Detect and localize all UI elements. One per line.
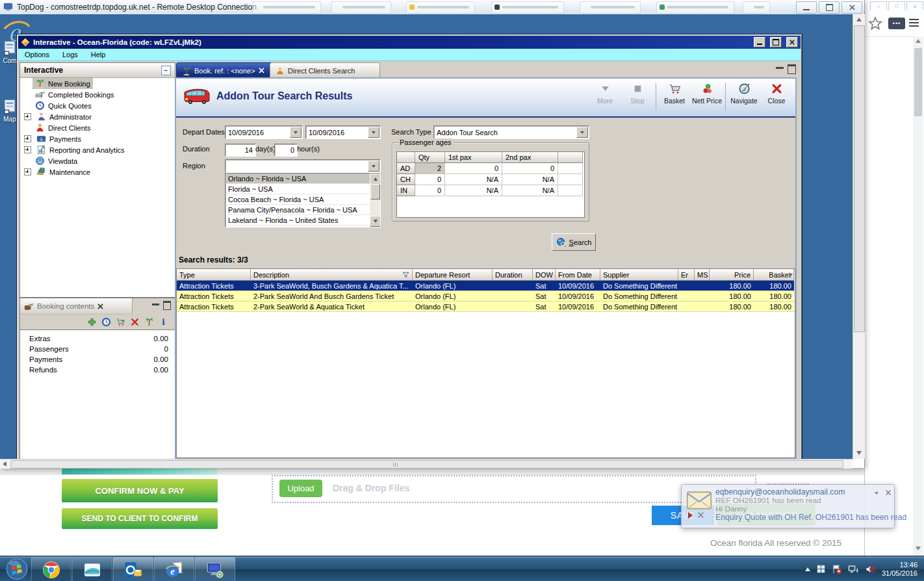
- info-icon[interactable]: i: [159, 317, 168, 327]
- dropdown-arrow-icon[interactable]: [290, 127, 302, 138]
- region-option-lakeland-florida-united-states[interactable]: Lakeland ~ Florida ~ United States: [225, 215, 370, 226]
- col-basket[interactable]: Basket: [754, 269, 794, 281]
- expand-plus-icon[interactable]: [24, 168, 31, 175]
- browser-maximize-button[interactable]: □: [888, 1, 905, 11]
- region-select[interactable]: [225, 159, 381, 173]
- notification-close-icon[interactable]: [885, 489, 892, 496]
- tab-direct-clients-search[interactable]: Direct Clients Search: [270, 62, 380, 79]
- col-price[interactable]: Price: [710, 269, 754, 281]
- pax-cell-ad-2[interactable]: 0: [445, 163, 502, 174]
- search-button[interactable]: Search: [552, 233, 596, 251]
- tray-network-icon[interactable]: [848, 564, 859, 575]
- col-supplier[interactable]: Supplier: [600, 269, 678, 281]
- app-maximize-button[interactable]: [770, 37, 782, 47]
- taskbar-ie-icon[interactable]: e: [154, 557, 194, 581]
- scroll-down-icon[interactable]: [916, 547, 921, 550]
- browser-menu-icon[interactable]: [909, 19, 919, 29]
- scroll-down-icon[interactable]: [370, 216, 381, 227]
- browser-minimize-button[interactable]: –: [870, 1, 887, 11]
- result-row-1[interactable]: Attraction Tickets3-Park SeaWorld, Busch…: [177, 281, 795, 291]
- scroll-up-icon[interactable]: [856, 18, 862, 21]
- sidebar-item-new-booking[interactable]: New Booking: [20, 78, 175, 89]
- taskbar-outlook-icon[interactable]: [113, 557, 153, 581]
- rdp-close-button[interactable]: [841, 1, 862, 14]
- collapse-icon[interactable]: −: [161, 66, 171, 75]
- sidebar-item-direct-clients[interactable]: Direct Clients: [20, 122, 175, 133]
- notification-options-icon[interactable]: [875, 492, 879, 495]
- notification-flag-icon[interactable]: [688, 512, 693, 519]
- booking-contents-row-payments[interactable]: Payments0.00: [20, 354, 175, 365]
- taskbar-photo-app-icon[interactable]: [72, 557, 112, 581]
- col-dow[interactable]: DOW: [533, 269, 556, 281]
- pax-cell-ch-2[interactable]: N/A: [445, 174, 502, 185]
- toolbar-basket-button[interactable]: Basket: [658, 83, 691, 105]
- notification-delete-icon[interactable]: [697, 511, 704, 519]
- dropdown-arrow-icon[interactable]: [368, 161, 379, 172]
- send-to-client-button[interactable]: SEND TO CLIENT TO CONFIRM: [62, 508, 218, 529]
- rdp-vscroll-thumb[interactable]: [854, 25, 865, 332]
- col-ms[interactable]: MS: [695, 269, 710, 281]
- quick-quotes-icon[interactable]: [101, 317, 111, 327]
- bookmark-star-icon[interactable]: [867, 16, 883, 31]
- result-row-3[interactable]: Attraction Tickets2-Park SeaWorld & Aqua…: [177, 302, 795, 312]
- browser-close-button[interactable]: x: [906, 1, 923, 11]
- remove-icon[interactable]: [130, 317, 140, 327]
- rdp-minimize-button[interactable]: [796, 1, 817, 14]
- workspace-maximize-icon[interactable]: [788, 64, 796, 74]
- tray-expand-icon[interactable]: [805, 567, 810, 571]
- tray-action-center-icon[interactable]: [832, 564, 842, 575]
- workspace-minimize-icon[interactable]: [776, 67, 784, 69]
- pax-cell-in-2[interactable]: N/A: [445, 185, 502, 196]
- plus-icon[interactable]: [87, 317, 97, 327]
- panel-minimize-icon[interactable]: [152, 303, 159, 305]
- pax-cell-ad-3[interactable]: 0: [502, 163, 558, 174]
- confirm-now-pay-button[interactable]: CONFIRM NOW & PAY: [62, 479, 218, 502]
- sidebar-item-maintenance[interactable]: Maintenance: [20, 166, 175, 177]
- sidebar-item-administrator[interactable]: Administrator: [20, 111, 175, 122]
- col-departure-resort[interactable]: Departure Resort: [413, 269, 493, 281]
- pax-cell-ch-1[interactable]: 0: [415, 174, 445, 185]
- email-notification-popup[interactable]: eqbenquiry@oceanholidaysmail.com REF OH2…: [681, 484, 895, 528]
- depart-date-to-select[interactable]: 10/09/2016: [305, 125, 381, 139]
- scroll-down-icon[interactable]: [856, 451, 862, 455]
- browser-extensions-icon[interactable]: •••: [888, 18, 905, 29]
- tab-close-icon[interactable]: [259, 68, 264, 73]
- rdp-maximize-button[interactable]: [819, 1, 840, 14]
- taskbar-rdp-icon[interactable]: [195, 557, 235, 581]
- toolbar-nett-price-button[interactable]: Nett Price: [691, 83, 723, 105]
- region-option-florida-usa[interactable]: Florida ~ USA: [225, 184, 370, 194]
- pax-cell-in-1[interactable]: 0: [415, 185, 445, 196]
- pax-cell-in-3[interactable]: N/A: [502, 185, 558, 196]
- booking-contents-row-extras[interactable]: Extras0.00: [20, 333, 175, 344]
- taskbar-chrome-icon[interactable]: [31, 557, 71, 581]
- start-button[interactable]: [5, 558, 29, 580]
- expand-plus-icon[interactable]: [24, 135, 31, 142]
- expand-plus-icon[interactable]: [24, 146, 31, 153]
- menu-logs[interactable]: Logs: [62, 51, 78, 58]
- dropdown-arrow-icon[interactable]: [576, 127, 588, 138]
- sidebar-item-quick-quotes[interactable]: Quick Quotes: [20, 100, 175, 111]
- region-option-cocoa-beach-florida-usa[interactable]: Cocoa Beach ~ Florida ~ USA: [225, 194, 370, 205]
- sidebar-item-viewdata[interactable]: Viewdata: [20, 155, 175, 166]
- sidebar-item-payments[interactable]: $Payments: [20, 133, 175, 144]
- app-close-button[interactable]: [786, 37, 798, 47]
- sidebar-item-completed-bookings[interactable]: Completed Bookings: [20, 89, 175, 100]
- menu-help[interactable]: Help: [91, 51, 106, 58]
- expand-plus-icon[interactable]: [24, 113, 31, 120]
- col-type[interactable]: Type: [177, 269, 251, 281]
- basket-add-icon[interactable]: [116, 317, 125, 327]
- col-description[interactable]: Description: [251, 269, 413, 281]
- menu-options[interactable]: Options: [25, 51, 49, 58]
- column-chooser-icon[interactable]: [789, 274, 793, 276]
- browser-scrollbar-thumb[interactable]: [914, 48, 922, 116]
- dropdown-arrow-icon[interactable]: [368, 127, 379, 138]
- sidebar-item-reporting-and-analytics[interactable]: Reporting and Analytics: [20, 144, 175, 155]
- notification-sender[interactable]: eqbenquiry@oceanholidaysmail.com: [715, 487, 845, 497]
- col-from-date[interactable]: From Date: [556, 269, 600, 281]
- search-type-select[interactable]: Addon Tour Search: [433, 125, 589, 139]
- taskbar-clock[interactable]: 13:46 31/05/2016: [882, 561, 921, 578]
- col-er[interactable]: Er: [678, 269, 695, 281]
- app-titlebar[interactable]: Interactive - Ocean-Florida (code: wLFZv…: [18, 36, 801, 49]
- booking-contents-row-passengers[interactable]: Passengers0: [20, 344, 175, 354]
- booking-contents-row-refunds[interactable]: Refunds0.00: [20, 365, 175, 375]
